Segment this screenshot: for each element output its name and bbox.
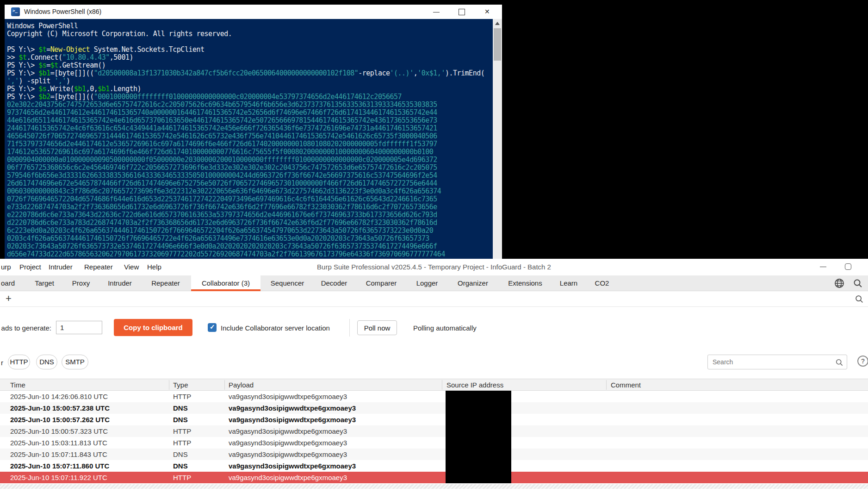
payloads-count-input[interactable] xyxy=(56,321,102,334)
tab-extensions[interactable]: Extensions xyxy=(501,275,549,291)
redaction-box xyxy=(446,391,511,483)
burp-menubar: Burp Suite Professional v2025.4.5 - Temp… xyxy=(0,259,868,275)
console-line: 26d617474696e672e54657874466f726d6174746… xyxy=(7,179,493,187)
scrollbar-thumb[interactable] xyxy=(494,28,501,61)
maximize-icon[interactable] xyxy=(845,263,851,270)
column-header-source-ip-address[interactable]: Source IP address xyxy=(446,381,503,389)
search-input[interactable] xyxy=(708,355,833,369)
console-line: ',') -split ',') xyxy=(7,77,493,85)
table-row[interactable]: 2025-Jun-10 15:07:11.860 UTCDNSva9gasynd… xyxy=(0,460,868,472)
column-separator[interactable] xyxy=(169,380,169,390)
tab-sequencer[interactable]: Sequencer xyxy=(264,275,311,291)
tab-logger[interactable]: Logger xyxy=(409,275,445,291)
table-row[interactable]: 2025-Jun-10 15:03:11.813 UTCHTTPva9gasyn… xyxy=(0,437,868,449)
payload-cell: va9gasynd3osipigwwdtxpe6gxmoaey3 xyxy=(229,437,347,449)
console-line: e733d22687474703a2f2f736368656d61732e6d6… xyxy=(7,203,493,211)
time-cell: 2025-Jun-10 15:00:57.238 UTC xyxy=(10,402,110,414)
powershell-titlebar[interactable]: Windows PowerShell (x86) xyxy=(5,5,502,19)
polling-status-text: Polling automatically xyxy=(413,324,477,332)
type-cell: HTTP xyxy=(173,391,191,402)
help-icon[interactable]: ? xyxy=(857,356,868,367)
console-line: 44e616d6511446174615365742e4e616d6573706… xyxy=(7,116,493,124)
tab-proxy[interactable]: Proxy xyxy=(66,275,96,291)
console-line xyxy=(7,37,493,45)
type-cell: HTTP xyxy=(173,472,191,483)
table-row[interactable]: 2025-Jun-10 15:00:57.238 UTCDNSva9gasynd… xyxy=(0,402,868,414)
console-line: 02e302c2043756c747572653d6e65757472616c2… xyxy=(7,100,493,108)
search-icon[interactable] xyxy=(835,358,844,367)
tab-target[interactable]: Target xyxy=(28,275,61,291)
console-line: e2220786d6c6e733a73643d22636c722d6e616d6… xyxy=(7,211,493,218)
new-tab-button[interactable]: + xyxy=(6,293,12,305)
console-line: PS Y:\> $b2=[byte[]](("0001000000fffffff… xyxy=(7,93,493,100)
type-cell: HTTP xyxy=(173,425,191,437)
tab-collaborator-3[interactable]: Collaborator (3) xyxy=(191,275,260,291)
tab-organizer[interactable]: Organizer xyxy=(450,275,496,291)
controls-divider xyxy=(349,319,350,337)
powershell-scrollbar[interactable] xyxy=(493,19,502,259)
include-collaborator-checkbox[interactable] xyxy=(208,323,217,332)
console-line: 020203c73643a50726f636573732e53746172744… xyxy=(7,242,493,250)
tab-oard[interactable]: oard xyxy=(0,275,22,291)
menu-item-urp[interactable]: urp xyxy=(1,263,11,271)
column-header-payload[interactable]: Payload xyxy=(229,381,254,389)
maximize-icon[interactable] xyxy=(452,5,472,19)
filter-pill-http[interactable]: HTTP xyxy=(8,355,30,369)
table-row[interactable]: 2025-Jun-10 15:00:57.262 UTCDNSva9gasynd… xyxy=(0,414,868,425)
minimize-icon[interactable] xyxy=(427,5,447,19)
table-row[interactable]: 2025-Jun-10 15:07:11.922 UTCHTTPva9gasyn… xyxy=(0,472,868,483)
tab-comparer[interactable]: Comparer xyxy=(359,275,404,291)
column-separator[interactable] xyxy=(606,380,607,390)
desktop: Windows PowerShell (x86) Windows PowerSh… xyxy=(0,0,868,493)
console-line: 4656450726f70657274696573144461746153657… xyxy=(7,132,493,140)
console-line: Copyright (C) Microsoft Corporation. All… xyxy=(7,30,493,37)
tab-repeater[interactable]: Repeater xyxy=(144,275,187,291)
globe-icon[interactable] xyxy=(834,278,845,289)
console-line: PS Y:\> $t=New-Object System.Net.Sockets… xyxy=(7,45,493,53)
table-row[interactable]: 2025-Jun-10 15:00:57.323 UTCHTTPva9gasyn… xyxy=(0,425,868,437)
console-line: 71f53797374656d2e446174612e53657269616c6… xyxy=(7,140,493,148)
burp-main-tabs: oardTargetProxyIntruderRepeaterCollabora… xyxy=(0,275,868,291)
menu-item-repeater[interactable]: Repeater xyxy=(84,263,113,271)
powershell-window-title: Windows PowerShell (x86) xyxy=(24,8,101,15)
column-separator[interactable] xyxy=(442,380,442,390)
tab-co2[interactable]: CO2 xyxy=(588,275,616,291)
results-table-header: TimeTypePayloadSource IP addressComment xyxy=(0,379,868,391)
console-line: 0726f7669646572204d6574686f644e616d653d2… xyxy=(7,195,493,203)
horizontal-scrollbar[interactable] xyxy=(0,484,868,489)
type-cell: HTTP xyxy=(173,437,191,449)
type-cell: DNS xyxy=(173,402,188,414)
column-header-comment[interactable]: Comment xyxy=(611,381,641,389)
copy-to-clipboard-button[interactable]: Copy to clipboard xyxy=(114,319,192,336)
filter-pill-smtp[interactable]: SMTP xyxy=(62,355,88,369)
payload-cell: va9gasynd3osipigwwdtxpe6gxmoaey3 xyxy=(229,402,356,414)
filter-pill-dns[interactable]: DNS xyxy=(36,355,57,369)
close-icon[interactable] xyxy=(477,5,498,19)
poll-now-button[interactable]: Poll now xyxy=(357,320,397,335)
payload-cell: va9gasynd3osipigwwdtxpe6gxmoaey3 xyxy=(229,414,356,425)
console-line: 0000904000000a010000000090500000000f0500… xyxy=(7,156,493,163)
payload-cell: va9gasynd3osipigwwdtxpe6gxmoaey3 xyxy=(229,472,347,483)
menu-item-project[interactable]: Project xyxy=(19,263,41,271)
column-separator[interactable] xyxy=(224,380,225,390)
column-header-type[interactable]: Type xyxy=(173,381,188,389)
console-line: 2446174615365742e4c6f63616c654c4349441a4… xyxy=(7,124,493,132)
table-row[interactable]: 2025-Jun-10 14:26:06.810 UTCHTTPva9gasyn… xyxy=(0,391,868,402)
console-line: 6c223e0d0a20203c4f626a656374446174615072… xyxy=(7,226,493,234)
tab-learn[interactable]: Learn xyxy=(553,275,584,291)
minimize-icon[interactable] xyxy=(820,267,826,267)
burp-window: Burp Suite Professional v2025.4.5 - Temp… xyxy=(0,259,868,493)
powershell-console[interactable]: Windows PowerShellCopyright (C) Microsof… xyxy=(5,19,493,259)
column-header-time[interactable]: Time xyxy=(10,381,25,389)
menu-item-intruder[interactable]: Intruder xyxy=(49,263,73,271)
table-row[interactable]: 2025-Jun-10 15:07:11.843 UTCDNSva9gasynd… xyxy=(0,449,868,460)
search-icon[interactable] xyxy=(852,278,863,289)
menu-item-view[interactable]: View xyxy=(124,263,139,271)
tab-intruder[interactable]: Intruder xyxy=(100,275,140,291)
powershell-icon xyxy=(11,7,20,16)
type-cell: DNS xyxy=(173,449,188,460)
tab-decoder[interactable]: Decoder xyxy=(315,275,353,291)
scroll-up-icon[interactable] xyxy=(495,22,500,25)
menu-item-help[interactable]: Help xyxy=(147,263,161,271)
search-icon[interactable] xyxy=(854,294,864,304)
